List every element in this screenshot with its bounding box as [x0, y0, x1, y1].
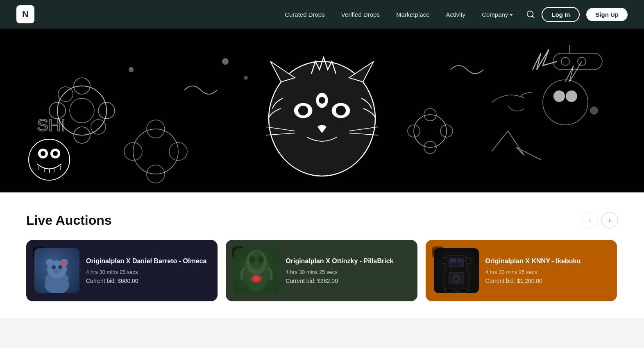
svg-rect-82: [459, 288, 467, 292]
card-info: Originalplan X Ottinzky - PillsBrick 4 h…: [286, 257, 409, 284]
card-timer: 4 hrs 30 mins 25 secs: [485, 269, 609, 275]
svg-line-1: [533, 16, 534, 18]
nav-company[interactable]: Company: [482, 11, 513, 18]
card-info: Originalplan X KNNY - Ikebuku 4 hrs 30 m…: [485, 257, 609, 284]
auction-cards-container: Originalplan X Daniel Barreto - Olmeca 4…: [26, 240, 618, 301]
card-art-2: [236, 248, 277, 293]
svg-point-63: [61, 262, 66, 266]
logo-text: N: [22, 9, 29, 20]
next-arrow-button[interactable]: ›: [601, 212, 618, 228]
auction-card[interactable]: Originalplan X Ottinzky - PillsBrick 4 h…: [226, 240, 417, 301]
svg-point-26: [53, 151, 58, 156]
auction-card[interactable]: Originalplan X KNNY - Ikebuku 4 hrs 30 m…: [426, 240, 617, 301]
search-button[interactable]: [526, 10, 535, 19]
svg-point-74: [465, 257, 472, 264]
logo[interactable]: N: [16, 5, 34, 23]
svg-point-73: [441, 257, 447, 264]
svg-point-17: [319, 97, 325, 104]
svg-point-61: [58, 265, 62, 269]
bid-label: Current bid:: [286, 278, 315, 284]
card-bid: Current bid: $600.00: [86, 278, 209, 284]
signup-button[interactable]: Sign Up: [586, 8, 628, 21]
main-content: Live Auctions ‹ ›: [0, 192, 644, 318]
bid-value: $600.00: [118, 278, 138, 284]
card-art-1: [36, 248, 77, 293]
card-title: Originalplan X KNNY - Ikebuku: [485, 257, 609, 266]
nav-curated-drops[interactable]: Curated Drops: [285, 11, 325, 18]
svg-point-67: [249, 256, 255, 263]
bid-label: Current bid:: [485, 278, 515, 284]
card-thumbnail: [234, 248, 279, 293]
section-title: Live Auctions: [26, 213, 112, 228]
nav-arrows: ‹ ›: [582, 212, 618, 228]
svg-point-70: [253, 276, 260, 281]
section-header: Live Auctions ‹ ›: [26, 212, 618, 228]
bid-value: $1,200.00: [517, 278, 542, 284]
svg-point-43: [553, 90, 565, 102]
card-thumbnail: [34, 248, 79, 293]
card-timer: 4 hrs 30 mins 25 secs: [86, 269, 209, 275]
card-thumbnail: [434, 248, 479, 293]
card-art-3: [436, 248, 477, 293]
nav-activity[interactable]: Activity: [446, 11, 466, 18]
hero-art: SHI: [0, 29, 644, 192]
svg-point-22: [29, 139, 70, 180]
search-icon: [526, 10, 535, 19]
svg-point-80: [454, 277, 458, 281]
svg-point-62: [54, 269, 60, 273]
svg-point-44: [566, 90, 577, 102]
card-timer: 4 hrs 30 mins 25 secs: [286, 269, 409, 275]
nav-marketplace[interactable]: Marketplace: [396, 11, 430, 18]
card-title: Originalplan X Daniel Barreto - Olmeca: [86, 257, 209, 266]
bid-value: $262.00: [317, 278, 338, 284]
svg-point-49: [129, 67, 134, 72]
svg-rect-81: [446, 288, 454, 292]
chevron-down-icon: [510, 14, 513, 16]
svg-text:SHI: SHI: [37, 115, 66, 135]
live-auctions-section: Live Auctions ‹ ›: [26, 212, 618, 301]
svg-point-68: [258, 256, 263, 263]
card-bid: Current bid: $262.00: [286, 278, 409, 284]
prev-arrow-button[interactable]: ‹: [582, 212, 598, 228]
svg-point-15: [336, 106, 346, 115]
card-title: Originalplan X Ottinzky - PillsBrick: [286, 257, 409, 266]
nav-links: Curated Drops Verified Drops Marketplace…: [285, 11, 513, 18]
svg-point-48: [590, 106, 598, 115]
card-info: Originalplan X Daniel Barreto - Olmeca 4…: [86, 257, 209, 284]
svg-point-47: [244, 76, 248, 80]
svg-point-60: [52, 265, 56, 269]
nav-company-label: Company: [482, 11, 508, 18]
hero-illustration: SHI: [0, 29, 644, 192]
bid-label: Current bid:: [86, 278, 116, 284]
svg-point-25: [41, 151, 45, 156]
login-button[interactable]: Log In: [542, 7, 580, 22]
hero-banner: SHI: [0, 29, 644, 192]
navbar-actions: Log In Sign Up: [526, 7, 628, 22]
svg-rect-76: [450, 259, 456, 262]
navbar: N Curated Drops Verified Drops Marketpla…: [0, 0, 644, 29]
svg-point-46: [222, 58, 229, 65]
nav-verified-drops[interactable]: Verified Drops: [341, 11, 380, 18]
auction-card[interactable]: Originalplan X Daniel Barreto - Olmeca 4…: [26, 240, 218, 301]
svg-rect-77: [457, 259, 462, 262]
card-bid: Current bid: $1,200.00: [485, 278, 609, 284]
svg-point-14: [298, 106, 308, 115]
